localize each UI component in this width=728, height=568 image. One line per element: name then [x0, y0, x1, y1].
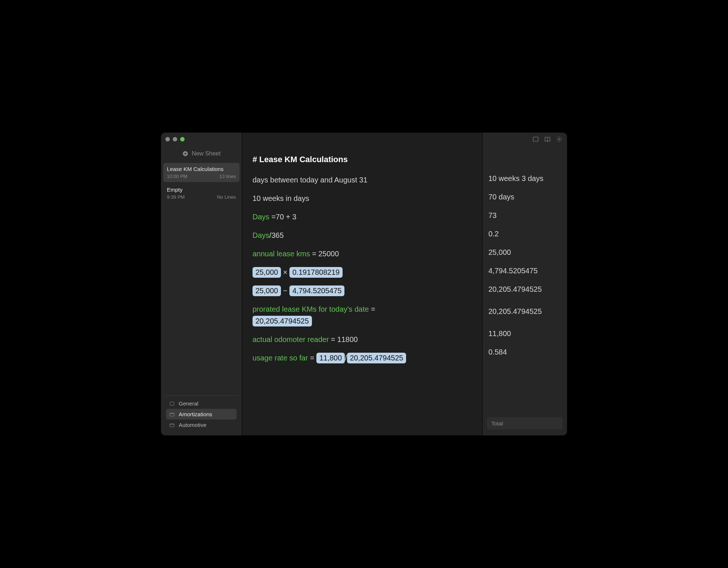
sheet-lines: No Lines	[217, 194, 236, 200]
value-token: 25,000	[253, 285, 281, 296]
gear-icon[interactable]	[556, 136, 563, 143]
result-value[interactable]: 70 days	[488, 191, 561, 203]
variable-token: annual lease kms	[253, 250, 310, 258]
sidebar: New Sheet Lease KM Calculations10:00 PM1…	[161, 133, 242, 435]
zoom-window-button[interactable]	[180, 137, 185, 141]
variable-token: Days	[253, 231, 269, 239]
svg-rect-3	[170, 402, 174, 405]
text-token: =	[369, 305, 375, 313]
result-value[interactable]: 0.584	[488, 346, 561, 358]
variable-token: Days	[253, 213, 271, 221]
minimize-window-button[interactable]	[173, 137, 177, 141]
result-value[interactable]: 4,794.5205475	[488, 265, 561, 277]
text-token: = 25000	[310, 250, 339, 258]
sheet-time: 10:00 PM	[167, 174, 188, 179]
result-value[interactable]: 25,000	[488, 246, 561, 258]
value-token: 4,794.5205475	[289, 285, 344, 296]
editor-line[interactable]: actual odomoter reader = 11800	[253, 333, 472, 345]
editor-line[interactable]: annual lease kms = 25000	[253, 248, 472, 260]
app-window: New Sheet Lease KM Calculations10:00 PM1…	[161, 133, 567, 435]
folder-item[interactable]: Amortizations	[166, 409, 237, 420]
result-value[interactable]: 0.2	[488, 228, 561, 240]
sheet-lines: 13 lines	[219, 174, 236, 179]
editor-pane[interactable]: # Lease KM Calculations days between tod…	[242, 133, 482, 435]
editor-line[interactable]: 25,000 − 4,794.5205475	[253, 285, 472, 297]
folder-label: Amortizations	[179, 411, 212, 417]
value-token: 11,800	[316, 353, 345, 363]
new-sheet-button[interactable]: New Sheet	[161, 147, 242, 163]
folder-list: GeneralAmortizationsAutomotive	[164, 396, 239, 432]
sheet-title: Lease KM Calculations	[167, 166, 236, 172]
result-value[interactable]: 73	[488, 209, 561, 221]
sheet-item[interactable]: Lease KM Calculations10:00 PM13 lines	[163, 163, 240, 182]
value-token: 25,000	[253, 267, 281, 278]
text-token: =	[308, 354, 316, 362]
traffic-lights	[165, 137, 185, 141]
operator-token: −	[281, 287, 289, 295]
result-value[interactable]: 20,205.4794525	[488, 283, 561, 295]
svg-rect-0	[533, 137, 538, 141]
text-token: =70 + 3	[271, 213, 296, 221]
editor-line[interactable]: days between today and August 31	[253, 174, 472, 186]
editor-line[interactable]: 25,000 × 0.1917808219	[253, 266, 472, 278]
sheet-item[interactable]: Empty9:39 PMNo Lines	[163, 184, 240, 203]
editor-line[interactable]: usage rate so far = 11,800/20,205.479452…	[253, 352, 472, 364]
plus-icon	[182, 150, 189, 157]
book-icon[interactable]	[544, 136, 551, 143]
total-label: Total	[491, 420, 503, 427]
document-heading: # Lease KM Calculations	[253, 155, 472, 164]
results-pane: 10 weeks 3 days70 days730.225,0004,794.5…	[482, 133, 567, 435]
sheet-title: Empty	[167, 187, 236, 193]
value-token: 20,205.4794525	[347, 353, 406, 363]
operator-token: /	[345, 354, 347, 362]
editor-line[interactable]: 10 weeks in days	[253, 192, 472, 204]
folder-icon	[169, 422, 175, 428]
text-token: = 11800	[329, 335, 358, 343]
folder-label: General	[179, 400, 198, 407]
total-box[interactable]: Total	[487, 417, 563, 430]
variable-token: prorated lease KMs for today's date	[253, 305, 369, 313]
variable-token: actual odomoter reader	[253, 335, 329, 343]
text-token: /365	[269, 231, 284, 239]
editor-line[interactable]: prorated lease KMs for today's date = 20…	[253, 303, 472, 327]
titlebar	[161, 133, 567, 146]
editor-line[interactable]: Days =70 + 3	[253, 211, 472, 223]
value-token: 20,205.4794525	[253, 316, 312, 326]
result-value[interactable]: 11,800	[488, 328, 561, 339]
text-token: 10 weeks in days	[253, 194, 309, 202]
new-sheet-label: New Sheet	[192, 150, 220, 157]
text-token: days between today and August 31	[253, 176, 367, 184]
folder-item[interactable]: Automotive	[166, 420, 237, 430]
folder-item[interactable]: General	[166, 398, 237, 409]
result-value[interactable]: 20,205.4794525	[488, 302, 561, 321]
folder-icon	[169, 401, 175, 407]
close-window-button[interactable]	[165, 137, 170, 141]
svg-point-1	[559, 138, 560, 140]
variable-token: usage rate so far	[253, 354, 308, 362]
folder-icon	[169, 411, 175, 417]
sheet-list: Lease KM Calculations10:00 PM13 linesEmp…	[161, 163, 242, 204]
folder-label: Automotive	[179, 422, 206, 428]
sheet-time: 9:39 PM	[167, 194, 185, 200]
panel-icon[interactable]	[532, 136, 539, 143]
operator-token: ×	[281, 268, 289, 276]
result-value[interactable]: 10 weeks 3 days	[488, 172, 561, 184]
editor-line[interactable]: Days/365	[253, 229, 472, 241]
value-token: 0.1917808219	[289, 267, 343, 278]
